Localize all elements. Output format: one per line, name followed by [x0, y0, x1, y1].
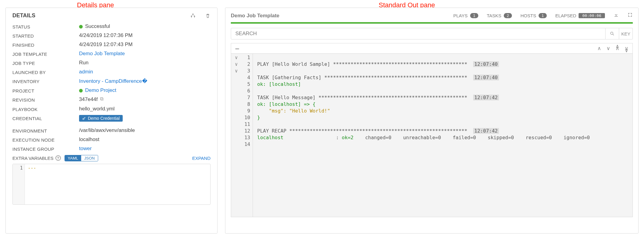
credential-pill[interactable]: Demo Credential	[79, 115, 123, 122]
svg-point-3	[611, 32, 613, 35]
svg-rect-0	[101, 98, 103, 100]
copy-icon[interactable]	[99, 96, 104, 103]
code-column[interactable]: PLAY [Hello World Sample] **************…	[253, 54, 632, 217]
log-toolbar: – ∧ ∨ ∧∧ ∨∨	[231, 43, 633, 53]
value-finished: 4/24/2019 12:07:43 PM	[79, 42, 133, 48]
label-execution-node: EXECUTION NODE	[12, 136, 79, 143]
elapsed-badge: 00:00:06	[579, 13, 605, 18]
nav-bottom-icon[interactable]: ∨∨	[625, 45, 628, 52]
label-inventory: INVENTORY	[12, 78, 79, 84]
label-finished: FINISHED	[12, 42, 79, 48]
editor-gutter: 1	[13, 164, 25, 204]
label-project: PROJECT	[12, 87, 79, 93]
project-dot	[79, 89, 83, 93]
delete-icon[interactable]	[205, 13, 211, 19]
expand-icon[interactable]	[627, 12, 633, 19]
svg-rect-1	[101, 97, 103, 99]
link-instance-group[interactable]: tower	[79, 146, 92, 151]
svg-line-4	[613, 34, 614, 35]
nav-down-icon[interactable]: ∨	[606, 45, 610, 52]
search-icon[interactable]	[606, 28, 619, 39]
status-value: Successful	[85, 23, 110, 29]
help-icon[interactable]: ?	[55, 155, 61, 161]
extra-vars-editor[interactable]: 1 ---	[12, 164, 211, 205]
label-environment: ENVIRONMENT	[12, 127, 79, 133]
search-input[interactable]	[231, 28, 606, 39]
link-inventory[interactable]: Inventory - CampDifference�	[79, 78, 147, 84]
label-extra-variables: EXTRA VARIABLES	[12, 156, 54, 161]
details-pane: DETAILS STATUSSuccessful STARTED4/24/201…	[5, 8, 217, 234]
linenum-column: 1234567891011121314	[241, 54, 253, 217]
label-revision: REVISION	[12, 96, 79, 103]
yaml-json-toggle[interactable]: YAML JSON	[65, 155, 98, 161]
hosts-label: HOSTS	[520, 13, 536, 18]
value-execution-node: localhost	[79, 136, 99, 143]
details-rows: STATUSSuccessful STARTED4/24/2019 12:07:…	[12, 22, 211, 153]
nav-top-icon[interactable]: ∧∧	[616, 45, 619, 52]
svg-point-2	[83, 118, 84, 119]
label-credential: CREDENTIAL	[12, 115, 79, 121]
download-icon[interactable]	[613, 12, 619, 19]
expand-link[interactable]: EXPAND	[192, 156, 211, 161]
value-started: 4/24/2019 12:07:36 PM	[79, 32, 133, 39]
hosts-badge: 1	[539, 13, 547, 18]
label-launched-by: LAUNCHED BY	[12, 69, 79, 75]
plays-label: PLAYS	[453, 13, 467, 18]
stdout-title: Demo Job Template	[231, 13, 453, 19]
editor-body[interactable]: ---	[25, 164, 39, 204]
collapse-all-icon[interactable]: –	[235, 46, 597, 51]
value-job-type: Run	[79, 60, 88, 66]
value-playbook: hello_world.yml	[79, 106, 115, 112]
label-started: STARTED	[12, 32, 79, 39]
link-launched-by[interactable]: admin	[79, 69, 93, 75]
log-output[interactable]: ∨∨∨ 1234567891011121314 PLAY [Hello Worl…	[231, 53, 633, 217]
label-instance-group: INSTANCE GROUP	[12, 146, 79, 152]
progress-bar	[231, 22, 633, 24]
tasks-label: TASKS	[487, 13, 501, 18]
status-dot	[79, 25, 83, 29]
value-revision: 347e44f	[79, 96, 98, 102]
stdout-pane: Demo Job Template PLAYS1 TASKS2 HOSTS1 E…	[225, 8, 639, 234]
elapsed-label: ELAPSED	[555, 13, 576, 18]
toggle-yaml[interactable]: YAML	[65, 155, 81, 161]
nav-up-icon[interactable]: ∧	[597, 45, 601, 52]
link-job-template[interactable]: Demo Job Template	[79, 51, 125, 56]
plays-badge: 1	[470, 13, 478, 18]
root: DETAILS STATUSSuccessful STARTED4/24/201…	[0, 0, 644, 239]
link-project[interactable]: Demo Project	[85, 87, 116, 93]
toggle-json[interactable]: JSON	[81, 155, 98, 161]
label-job-type: JOB TYPE	[12, 60, 79, 66]
key-button[interactable]: KEY	[619, 28, 633, 39]
fold-column[interactable]: ∨∨∨	[231, 54, 241, 217]
value-environment: /var/lib/awx/venv/ansible	[79, 127, 135, 133]
relaunch-icon[interactable]	[190, 13, 196, 19]
label-playbook: PLAYBOOK	[12, 106, 79, 112]
label-status: STATUS	[12, 23, 79, 29]
label-job-template: JOB TEMPLATE	[12, 51, 79, 57]
tasks-badge: 2	[504, 13, 512, 18]
details-title: DETAILS	[12, 12, 181, 19]
